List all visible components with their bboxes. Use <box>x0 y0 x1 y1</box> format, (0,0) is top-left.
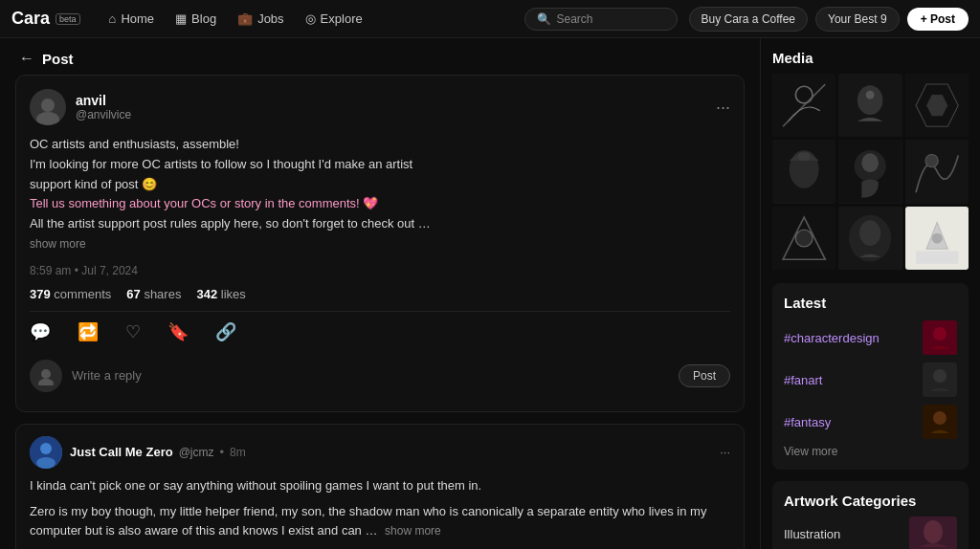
jobs-icon: 💼 <box>237 11 253 26</box>
svg-point-15 <box>858 85 883 115</box>
post-button[interactable]: + Post <box>907 8 969 31</box>
share-action-button[interactable]: 🔗 <box>215 321 236 342</box>
comment-text: I kinda can't pick one or say anything w… <box>30 476 730 541</box>
author-info: anvil @anvilvice <box>76 93 706 121</box>
reply-input[interactable] <box>72 368 669 383</box>
comment-action-button[interactable]: 💬 <box>30 321 51 342</box>
media-title: Media <box>772 50 969 66</box>
svg-point-3 <box>41 369 51 379</box>
media-thumb[interactable] <box>905 140 969 203</box>
hashtag-row: #fantasy <box>784 405 957 439</box>
artwork-label[interactable]: Illustration <box>784 527 840 541</box>
blog-icon: ▦ <box>175 11 187 26</box>
post-timestamp: 8:59 am • Jul 7, 2024 <box>30 264 730 277</box>
like-action-button[interactable]: ♡ <box>125 321 141 342</box>
nav-explore[interactable]: ◎ Explore <box>296 7 372 31</box>
nav-jobs[interactable]: 💼 Jobs <box>228 7 293 31</box>
svg-point-23 <box>862 154 880 173</box>
hashtag-link[interactable]: #characterdesign <box>784 331 880 345</box>
reply-row: Post <box>30 354 730 398</box>
repost-action-button[interactable]: 🔁 <box>78 321 99 342</box>
bookmark-action-button[interactable]: 🔖 <box>167 321 189 342</box>
buy-coffee-button[interactable]: Buy Cara a Coffee <box>689 7 809 32</box>
shares-count: 67 shares <box>126 287 181 301</box>
svg-point-1 <box>41 99 55 112</box>
media-thumb[interactable] <box>772 207 835 270</box>
search-box[interactable]: 🔍 Search <box>524 8 678 31</box>
media-thumb[interactable] <box>905 74 969 137</box>
hashtag-row: #fanart <box>784 362 957 397</box>
hashtag-thumb[interactable] <box>923 362 957 397</box>
artwork-thumb[interactable] <box>909 516 957 549</box>
hashtag-link[interactable]: #fanart <box>784 373 822 387</box>
view-more-link[interactable]: View more <box>784 445 957 458</box>
svg-point-30 <box>859 220 880 246</box>
comment-show-more[interactable]: show more <box>385 524 441 538</box>
more-options-button[interactable]: ··· <box>716 98 730 118</box>
logo[interactable]: Cara beta <box>11 9 80 29</box>
media-thumb[interactable] <box>838 207 902 270</box>
reply-post-button[interactable]: Post <box>679 364 730 387</box>
nav-links: ⌂ Home ▦ Blog 💼 Jobs ◎ Explore <box>100 7 524 31</box>
svg-rect-20 <box>798 153 811 162</box>
back-arrow[interactable]: ← <box>19 50 34 67</box>
likes-count: 342 likes <box>196 287 245 301</box>
comment-author-name: Just Call Me Zero <box>70 445 173 459</box>
nav-blog[interactable]: ▦ Blog <box>166 7 226 31</box>
artwork-row: Illustration <box>784 516 957 549</box>
media-thumb[interactable] <box>838 74 902 137</box>
comments-count: 379 comments <box>30 287 111 301</box>
artwork-title: Artwork Categories <box>784 493 957 509</box>
latest-section: Latest #characterdesign #fanart #fantasy <box>772 283 969 470</box>
comment-meta: Just Call Me Zero @jcmz • 8m <box>70 445 712 459</box>
svg-rect-33 <box>916 251 958 263</box>
top-nav: Cara beta ⌂ Home ▦ Blog 💼 Jobs ◎ Explore… <box>0 0 980 38</box>
search-icon: 🔍 <box>537 12 551 26</box>
explore-icon: ◎ <box>305 11 316 26</box>
show-more-link[interactable]: show more <box>30 237 86 251</box>
svg-point-41 <box>924 520 943 543</box>
media-thumb[interactable] <box>772 74 835 137</box>
hashtag-link[interactable]: #fantasy <box>784 415 831 429</box>
latest-title: Latest <box>784 295 957 311</box>
comment-author-handle: @jcmz <box>179 446 214 459</box>
svg-point-25 <box>925 155 938 167</box>
svg-point-27 <box>795 230 813 247</box>
media-grid <box>772 74 969 270</box>
nav-right: Buy Cara a Coffee Your Best 9 + Post <box>689 7 969 32</box>
author-handle: @anvilvice <box>76 108 706 121</box>
home-icon: ⌂ <box>109 11 117 26</box>
svg-point-35 <box>933 327 947 340</box>
reply-avatar <box>30 360 62 392</box>
avatar[interactable] <box>30 89 66 125</box>
svg-point-6 <box>40 443 52 454</box>
post-actions: 💬 🔁 ♡ 🔖 🔗 <box>30 321 730 342</box>
media-thumb[interactable] <box>772 140 835 203</box>
best9-button[interactable]: Your Best 9 <box>815 7 900 32</box>
hashtag-thumb[interactable] <box>923 405 957 439</box>
svg-point-37 <box>933 369 947 383</box>
page-title: Post <box>42 51 74 67</box>
svg-point-7 <box>36 457 56 469</box>
hashtag-row: #characterdesign <box>784 320 957 355</box>
author-name: anvil <box>76 93 706 108</box>
svg-point-16 <box>866 91 875 99</box>
comment-dot: • <box>219 445 224 459</box>
post-author-row: anvil @anvilvice ··· <box>30 89 730 125</box>
main-content: ← Post anvil @anvilvice ··· <box>0 38 760 549</box>
comment-avatar[interactable] <box>30 436 62 469</box>
media-thumb[interactable] <box>838 140 902 203</box>
nav-home[interactable]: ⌂ Home <box>100 7 165 31</box>
comment-time: 8m <box>230 446 246 459</box>
post-card: anvil @anvilvice ··· OC artists and enth… <box>15 75 745 412</box>
comment-card: Just Call Me Zero @jcmz • 8m ··· I kinda… <box>15 424 745 549</box>
hashtag-thumb[interactable] <box>923 320 957 355</box>
comment-more-button[interactable]: ··· <box>720 445 730 459</box>
artwork-section: Artwork Categories Illustration <box>772 481 969 549</box>
media-section: Media <box>772 50 969 270</box>
media-thumb[interactable] <box>905 207 969 270</box>
svg-point-39 <box>933 411 947 425</box>
post-content: OC artists and enthusiasts, assemble! I'… <box>30 135 730 254</box>
comment-author-row: Just Call Me Zero @jcmz • 8m ··· <box>30 436 730 469</box>
beta-badge: beta <box>56 13 80 25</box>
